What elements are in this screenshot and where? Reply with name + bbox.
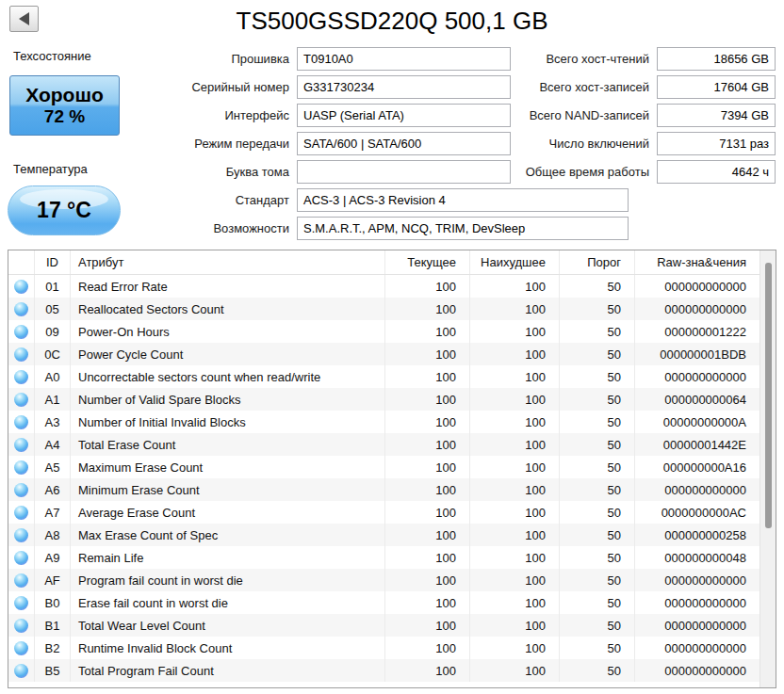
smart-table-row[interactable]: B5Total Program Fail Count10010050000000… (8, 659, 760, 682)
row-worst: 100 (470, 343, 560, 365)
row-worst: 100 (470, 388, 560, 411)
row-status-cell (8, 524, 35, 546)
row-attribute: Power Cycle Count (71, 343, 385, 365)
row-status-cell (8, 275, 35, 298)
smart-table-row[interactable]: 09Power-On Hours10010050000000001222 (8, 320, 760, 343)
header-attribute: Атрибут (71, 250, 385, 274)
row-status-cell (8, 546, 35, 569)
smart-table-row[interactable]: AFProgram fail count in worst die1001005… (8, 569, 760, 591)
row-threshold: 50 (560, 388, 635, 411)
row-status-cell (8, 501, 35, 524)
row-id: A8 (35, 524, 71, 546)
field-row: Число включений7131 раз (511, 132, 776, 155)
smart-table-row[interactable]: 05Reallocated Sectors Count1001005000000… (8, 298, 760, 320)
row-attribute: Average Erase Count (71, 501, 385, 524)
smart-table-row[interactable]: A9Remain Life10010050000000000048 (8, 546, 760, 569)
blue-orb-icon (14, 460, 28, 475)
row-status-cell (8, 478, 35, 501)
row-id: A1 (35, 388, 71, 411)
row-raw: 000000000000 (635, 478, 760, 501)
smart-table-row[interactable]: B1Total Wear Level Count1001005000000000… (8, 614, 760, 637)
row-raw: 00000001442E (635, 433, 760, 456)
row-current: 100 (385, 433, 470, 456)
field-label: Всего хост-чтений (511, 52, 657, 66)
row-raw: 000000000048 (635, 546, 760, 569)
header-threshold: Порог (560, 250, 635, 274)
field-row: Серийный номерG331730234 (127, 75, 511, 99)
row-current: 100 (385, 388, 470, 411)
field-label: Число включений (511, 137, 657, 151)
blue-orb-icon (14, 393, 28, 407)
row-attribute: Total Erase Count (71, 433, 385, 456)
field-label: Серийный номер (127, 80, 297, 94)
row-worst: 100 (470, 320, 560, 343)
row-worst: 100 (470, 478, 560, 501)
field-row: Буква тома (127, 160, 511, 184)
row-raw: 0000000000AC (635, 501, 760, 524)
field-value-box: 7394 GB (657, 104, 776, 127)
blue-orb-icon (14, 573, 28, 588)
blue-orb-icon (14, 641, 28, 655)
smart-table-row[interactable]: B2Runtime Invalid Block Count10010050000… (8, 637, 760, 659)
smart-table-row[interactable]: A7Average Erase Count100100500000000000A… (8, 501, 760, 524)
row-status-cell (8, 411, 35, 433)
row-status-cell (8, 637, 35, 659)
row-current: 100 (385, 659, 470, 682)
row-threshold: 50 (560, 659, 635, 682)
blue-orb-icon (14, 347, 28, 362)
field-value-box: ACS-3 | ACS-3 Revision 4 (297, 188, 629, 212)
row-raw: 000000001222 (635, 320, 760, 343)
row-worst: 100 (470, 524, 560, 546)
row-current: 100 (385, 637, 470, 659)
row-status-cell (8, 365, 35, 388)
health-status-button[interactable]: Хорошо 72 % (9, 75, 120, 136)
row-current: 100 (385, 524, 470, 546)
row-threshold: 50 (560, 591, 635, 614)
smart-table-row[interactable]: A3Number of Initial Invalid Blocks100100… (8, 411, 760, 433)
row-status-cell (8, 320, 35, 343)
disk-info-window: TS500GSSD220Q 500,1 GB Техсостояние Хоро… (0, 0, 784, 694)
row-current: 100 (385, 569, 470, 591)
row-current: 100 (385, 411, 470, 433)
smart-table-row[interactable]: 01Read Error Rate10010050000000000000 (8, 275, 760, 298)
header-current: Текущее (385, 250, 470, 274)
row-worst: 100 (470, 411, 560, 433)
smart-table-row[interactable]: B0Erase fail count in worst die100100500… (8, 591, 760, 614)
blue-orb-icon (14, 596, 28, 610)
field-value-box: G331730234 (297, 75, 511, 99)
row-attribute: Number of Valid Spare Blocks (71, 388, 385, 411)
field-row: СтандартACS-3 | ACS-3 Revision 4 (127, 188, 629, 212)
row-worst: 100 (470, 501, 560, 524)
smart-table-row[interactable]: A5Maximum Erase Count10010050000000000A1… (8, 456, 760, 478)
field-label: Стандарт (127, 193, 297, 207)
scrollbar-thumb[interactable] (765, 263, 772, 528)
smart-table-row[interactable]: A8Max Erase Count of Spec100100500000000… (8, 524, 760, 546)
row-threshold: 50 (560, 365, 635, 388)
temperature-indicator[interactable]: 17 °C (8, 186, 121, 235)
blue-orb-icon (14, 528, 28, 542)
row-status-cell (8, 298, 35, 320)
row-id: 05 (35, 298, 71, 320)
smart-table-body: 01Read Error Rate1001005000000000000005R… (8, 275, 760, 682)
header-id: ID (35, 250, 71, 274)
row-attribute: Total Program Fail Count (71, 659, 385, 682)
smart-table-row[interactable]: 0CPower Cycle Count10010050000000001BDB (8, 343, 760, 365)
field-row: Всего хост-записей17604 GB (511, 75, 776, 99)
smart-table-row[interactable]: A0Uncorrectable sectors count when read/… (8, 365, 760, 388)
row-id: B5 (35, 659, 71, 682)
row-id: A9 (35, 546, 71, 569)
field-value-box: 17604 GB (657, 75, 776, 99)
row-current: 100 (385, 614, 470, 637)
row-threshold: 50 (560, 524, 635, 546)
row-threshold: 50 (560, 569, 635, 591)
table-scrollbar[interactable] (760, 250, 776, 687)
smart-table-row[interactable]: A6Minimum Erase Count1001005000000000000… (8, 478, 760, 501)
row-attribute: Remain Life (71, 546, 385, 569)
smart-table-row[interactable]: A4Total Erase Count1001005000000001442E (8, 433, 760, 456)
smart-table-row[interactable]: A1Number of Valid Spare Blocks1001005000… (8, 388, 760, 411)
row-status-cell (8, 569, 35, 591)
row-current: 100 (385, 591, 470, 614)
header-raw-values: Raw-зна&чения (635, 250, 760, 274)
row-id: A7 (35, 501, 71, 524)
field-value-box: SATA/600 | SATA/600 (297, 132, 511, 155)
